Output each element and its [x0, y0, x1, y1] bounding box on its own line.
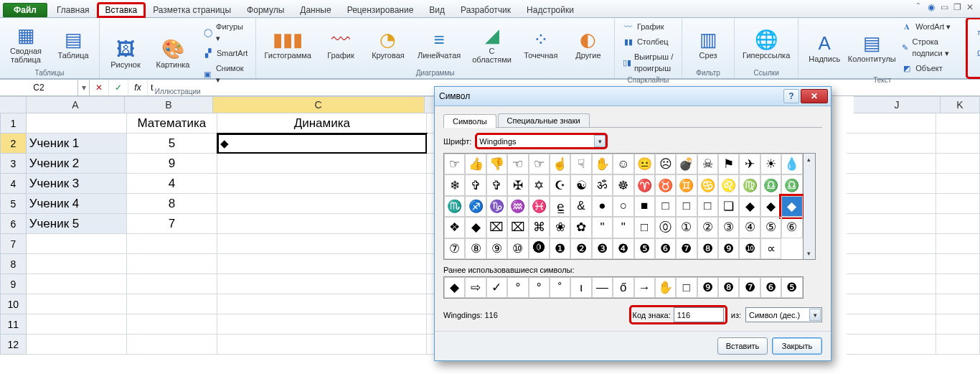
symbol-cell[interactable]: ♌ — [718, 174, 739, 195]
cell[interactable] — [847, 113, 936, 134]
cell[interactable] — [847, 154, 936, 174]
recent-symbol-cell[interactable]: → — [634, 277, 655, 298]
cell[interactable] — [936, 174, 980, 194]
symbol-cell[interactable]: □ — [697, 196, 718, 217]
cell[interactable] — [217, 234, 427, 254]
scroll-down-icon[interactable]: ▾ — [804, 248, 815, 259]
dialog-help-icon[interactable]: ? — [783, 89, 799, 103]
smartart-button[interactable]: ▞SmartArt — [199, 46, 251, 60]
minimize-icon[interactable]: ▭ — [938, 2, 950, 12]
cell[interactable] — [217, 314, 427, 335]
symbol-cell[interactable]: ❾ — [718, 238, 739, 259]
symbol-cell[interactable]: ♉ — [655, 174, 676, 195]
picture-button[interactable]: 🖼Рисунок — [104, 35, 147, 71]
row-header[interactable]: 8 — [0, 254, 27, 274]
symbol-cell[interactable]: ◆ — [465, 217, 486, 238]
row-header[interactable]: 4 — [0, 174, 27, 194]
symbol-cell[interactable]: ♑ — [486, 196, 507, 217]
cell[interactable] — [27, 113, 127, 134]
symbol-cell[interactable]: 💧 — [781, 154, 802, 174]
row-header[interactable]: 7 — [0, 234, 27, 254]
cell[interactable] — [847, 254, 936, 274]
symbol-cell[interactable]: ❻ — [655, 238, 676, 259]
symbol-cell[interactable]: ❖ — [444, 217, 465, 238]
symbol-cell[interactable]: ☝ — [550, 154, 570, 174]
symbol-cell[interactable]: ⑦ — [444, 238, 465, 259]
min-ribbon-icon[interactable]: ˆ — [913, 2, 924, 12]
recent-symbols-grid[interactable]: ◆⇨✓°°˚ι—ő→✋□❾❽❼❻❺ — [443, 276, 804, 299]
symbol-cell[interactable]: 😐 — [634, 154, 655, 174]
cell[interactable] — [217, 154, 427, 174]
symbol-cell[interactable]: ∝ — [760, 238, 781, 259]
cell[interactable] — [847, 314, 936, 335]
table-button[interactable]: ▤Таблица — [52, 26, 95, 62]
dropdown-icon[interactable]: ▾ — [594, 135, 606, 147]
symbol-cell[interactable]: ✞ — [486, 174, 507, 195]
shapes-button[interactable]: ◯Фигуры ▾ — [199, 19, 251, 45]
symbol-cell[interactable]: ① — [676, 217, 697, 238]
symbol-cell[interactable]: ❼ — [676, 238, 697, 259]
textbox-button[interactable]: AНадпись — [803, 29, 846, 65]
symbol-cell[interactable]: ⑩ — [507, 238, 528, 259]
symbol-cell[interactable]: ✠ — [507, 174, 528, 195]
cell[interactable] — [936, 134, 980, 154]
cell[interactable]: 8 — [127, 194, 218, 214]
dlg-tab-special[interactable]: Специальные знаки — [498, 113, 590, 127]
recent-symbol-cell[interactable]: □ — [676, 277, 697, 298]
symbol-cell[interactable]: ❿ — [739, 238, 760, 259]
symbol-cell[interactable]: ❷ — [570, 238, 591, 259]
symbol-scrollbar[interactable]: ▴ ▾ — [804, 153, 816, 260]
cell[interactable]: Ученик 2 — [27, 154, 127, 174]
cell[interactable] — [936, 113, 980, 134]
symbol-cell[interactable]: " — [613, 217, 633, 238]
symbol-cell[interactable]: ☹ — [655, 154, 676, 174]
recent-symbol-cell[interactable]: ⇨ — [465, 277, 486, 298]
dialog-title[interactable]: Символ ? ✕ — [435, 87, 831, 106]
cell[interactable] — [27, 274, 127, 294]
symbol-cell[interactable]: & — [570, 196, 591, 217]
symbol-cell[interactable]: ◆ — [760, 196, 781, 217]
symbol-button[interactable]: ΩСимвол — [971, 46, 980, 60]
row-header[interactable]: 9 — [0, 274, 27, 294]
area-chart-button[interactable]: ◢С областями — [468, 22, 515, 66]
cell[interactable] — [936, 294, 980, 314]
tab-review[interactable]: Рецензирование — [339, 3, 422, 17]
row-header[interactable]: 2 — [0, 134, 27, 154]
from-combo[interactable]: Символ (дес.) ▾ — [745, 307, 822, 322]
cell[interactable] — [127, 335, 218, 355]
cell[interactable]: 5 — [127, 134, 218, 154]
symbol-cell[interactable]: ♎ — [781, 174, 802, 195]
cell[interactable] — [127, 314, 218, 335]
symbol-cell[interactable]: ⓿ — [529, 238, 550, 259]
symbol-cell[interactable]: ⑥ — [781, 217, 802, 238]
tab-developer[interactable]: Разработчик — [453, 3, 519, 17]
recent-symbol-cell[interactable]: — — [592, 277, 613, 298]
tab-view[interactable]: Вид — [421, 3, 453, 17]
symbol-cell[interactable]: ⑧ — [465, 238, 486, 259]
cell[interactable] — [217, 335, 427, 355]
bar-chart-button[interactable]: ≡Линейчатая — [414, 26, 464, 62]
symbol-cell[interactable]: ✞ — [465, 174, 486, 195]
symbol-cell[interactable]: ■ — [634, 196, 655, 217]
symbol-grid[interactable]: ☞👍👎☜☞☝☟✋☺😐☹💣☠⚑✈☀💧❄✞✞✠✡☪☯ॐ☸♈♉♊♋♌♍♎♎♏♐♑♒♓e… — [443, 153, 804, 260]
row-header[interactable]: 1 — [0, 113, 27, 134]
row-header[interactable]: 10 — [0, 294, 27, 314]
tab-insert[interactable]: Вставка — [98, 3, 146, 17]
recent-symbol-cell[interactable]: ◆ — [444, 277, 465, 298]
file-tab[interactable]: Файл — [3, 3, 47, 17]
select-all-corner[interactable] — [0, 96, 27, 113]
symbol-cell[interactable]: ☟ — [570, 154, 591, 174]
recent-symbol-cell[interactable]: ° — [507, 277, 528, 298]
col-header-K[interactable]: K — [941, 96, 980, 113]
hyperlink-button[interactable]: 🌐Гиперссылка — [739, 26, 793, 62]
col-header-A[interactable]: A — [27, 96, 125, 113]
symbol-cell[interactable]: ○ — [613, 196, 633, 217]
cell[interactable] — [217, 254, 427, 274]
close-icon[interactable]: ✕ — [964, 2, 976, 12]
cell[interactable]: Ученик 3 — [27, 174, 127, 194]
pie-chart-button[interactable]: ◔Круговая — [367, 26, 410, 62]
tab-home[interactable]: Главная — [49, 3, 98, 17]
row-header[interactable]: 11 — [0, 314, 27, 335]
cell[interactable] — [847, 274, 936, 294]
cell[interactable]: 9 — [127, 154, 218, 174]
